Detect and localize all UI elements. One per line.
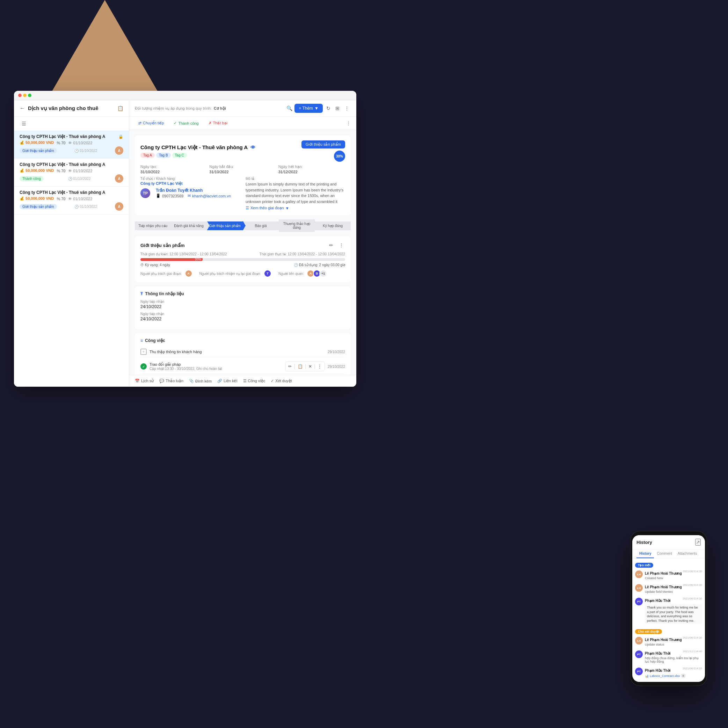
nav-attachment[interactable]: 📎 Đính kèm bbox=[189, 379, 212, 383]
lock-icon: 🔒 bbox=[118, 135, 123, 139]
back-icon[interactable]: ← bbox=[20, 105, 25, 112]
add-button[interactable]: + Thêm ▼ bbox=[295, 104, 323, 113]
detail-header-card: Công ty CPTH Lạc Việt - Thuê văn phòng A… bbox=[135, 136, 351, 215]
history-body: Phạm Hữu Thời 2021/06/314:30 Thank you s… bbox=[645, 597, 702, 624]
list-item[interactable]: Công ty CPTH Lạc Việt - Thuê văn phòng A… bbox=[14, 159, 129, 187]
refresh-button[interactable]: ↻ bbox=[325, 104, 332, 113]
history-time: 2021/11/114:40 bbox=[682, 650, 702, 653]
task-sub: Cập nhật:13:30 - 30/10/2022, Ghi chú hoà… bbox=[150, 367, 273, 371]
nav-discussion[interactable]: 💬 Thảo luận bbox=[159, 379, 184, 383]
stage-step-2[interactable]: Đánh giá khả năng bbox=[171, 222, 207, 230]
success-button[interactable]: ✓ Thành công bbox=[170, 119, 202, 127]
separator: | bbox=[294, 363, 295, 370]
detail-scroll: Công ty CPTH Lạc Việt - Thuê văn phòng A… bbox=[129, 130, 356, 375]
input-section-label: Thông tin nhập liệu bbox=[145, 291, 184, 296]
chevron-down-icon: ▼ bbox=[314, 106, 318, 111]
task-add-icon[interactable]: + bbox=[141, 349, 147, 355]
copy-icon[interactable]: 📋 bbox=[298, 364, 303, 369]
phone-tab-history[interactable]: History bbox=[636, 549, 654, 558]
stage-step-1[interactable]: Tiếp nhận yêu cầu bbox=[135, 222, 171, 230]
created-date-label: Ngày tạo: bbox=[141, 165, 207, 169]
stage-button[interactable]: Giới thiệu sản phẩm bbox=[301, 141, 345, 148]
related-avatar-more: +1 bbox=[319, 270, 327, 277]
tag-b: Tag B bbox=[156, 153, 171, 158]
see-more-btn[interactable]: ☰ Xem thêo giai đoạn ▼ bbox=[246, 206, 345, 210]
history-avatar: LH bbox=[635, 637, 643, 644]
used-value: 2 ngày 03.00 giờ bbox=[319, 263, 345, 267]
nav-history[interactable]: 📅 Lịch sử bbox=[135, 379, 154, 383]
transfer-label: Chuyển tiếp bbox=[143, 121, 164, 125]
status-badge: Giới thiệu sản phẩm bbox=[20, 204, 57, 209]
action-bar: ⇄ Chuyển tiếp ✓ Thành công ✗ Thất bại ⋮ bbox=[129, 117, 356, 130]
stage-step-5[interactable]: Thương thảo hợp đồng bbox=[279, 219, 315, 232]
field2-label: Ngày tiếp nhận bbox=[141, 312, 345, 316]
item-price: 💰 50,000,000 VND bbox=[20, 196, 54, 201]
history-body: Phạm Hữu Thời 2021/06/314:20 📊 Laboco_Co… bbox=[645, 667, 702, 678]
file-size: 8 bbox=[681, 674, 685, 678]
history-item: LH Lê Phạm Hoài Thương 2021/06/314:30 Up… bbox=[635, 636, 702, 646]
history-badge-new: Tạo mới bbox=[635, 563, 653, 567]
item-date: 👁 01/10/2022 bbox=[68, 141, 92, 145]
org-name[interactable]: Công ty CPTH Lạc Việt bbox=[141, 181, 240, 186]
dot-red bbox=[18, 93, 21, 97]
transfer-button[interactable]: ⇄ Chuyển tiếp bbox=[135, 119, 167, 127]
history-body: Phạm Hữu Thời 2021/11/114:40 hợp đồng ch… bbox=[645, 650, 702, 663]
actual-time: Thời gian thực tế: 12:00 13/04/2022 - 12… bbox=[260, 252, 345, 256]
history-action: Created New bbox=[645, 577, 702, 580]
actual-value: 12:00 13/04/2022 - 12:00 13/04/2022 bbox=[288, 252, 345, 256]
stage-step-3[interactable]: Giới thiệu sản phẩm bbox=[207, 222, 243, 230]
search-button[interactable]: 🔍 bbox=[286, 106, 292, 111]
eye-icon[interactable]: 👁 bbox=[251, 145, 255, 150]
field2-value: 24/10/2022 bbox=[141, 317, 345, 321]
list-item[interactable]: Công ty CPTH Lạc Việt - Thuê văn phòng A… bbox=[14, 131, 129, 159]
list-item[interactable]: Công ty CPTH Lạc Việt - Thuê văn phòng A… bbox=[14, 187, 129, 214]
task-label: Người phụ trách nhiệm vụ tại giai đoạn: bbox=[199, 272, 261, 275]
phone-tab-comment[interactable]: Comment bbox=[654, 549, 674, 558]
related-label: Người liên quan: bbox=[278, 272, 304, 275]
item-percent: % 70 bbox=[57, 141, 65, 145]
history-nav-label: Lịch sử bbox=[141, 379, 154, 383]
nav-link[interactable]: 🔗 Liên kết bbox=[217, 379, 237, 383]
toolbar-menu-btn[interactable]: ☰ bbox=[20, 119, 28, 128]
stage-step-4[interactable]: Báo giá bbox=[243, 222, 279, 230]
planned-time: Thời gian dự kiến: 12:00 13/04/2022 - 12… bbox=[141, 252, 227, 256]
stage-edit-button[interactable]: ✏ bbox=[328, 241, 335, 249]
file-icon: 📊 bbox=[645, 674, 649, 678]
contact-name[interactable]: Trần Đoàn Tuyết Khanh bbox=[156, 188, 231, 193]
history-group-review: Cho xét duyệt LH Lê Phạm Hoài Thương 202… bbox=[635, 628, 702, 646]
delete-icon[interactable]: ✕ bbox=[309, 364, 312, 369]
history-name: Phạm Hữu Thời bbox=[645, 652, 671, 655]
tag-c: Tag C bbox=[172, 153, 187, 158]
stage-more-button[interactable]: ⋮ bbox=[338, 241, 345, 249]
task-edit-bar: ✏ | 📋 | ✕ | ⋮ bbox=[285, 362, 324, 371]
phone-close-button[interactable]: ↗ bbox=[695, 539, 701, 546]
nav-tasks[interactable]: ☰ Công việc bbox=[243, 379, 266, 383]
desc-label: Mô tả: bbox=[246, 177, 345, 180]
history-file: 📊 Laboco_Contract.xlsx 8 bbox=[645, 674, 702, 678]
contact-email: ✉ khanh@lacviet.com.vn bbox=[188, 194, 231, 198]
used-icon: 🕐 bbox=[294, 263, 298, 267]
checkmark-icon: ✓ bbox=[174, 121, 177, 125]
stage-detail-actions: ✏ ⋮ bbox=[328, 241, 345, 249]
bottom-nav: 📅 Lịch sử 💬 Thảo luận 📎 Đính kèm 🔗 Liên … bbox=[129, 375, 356, 387]
responsible-avatar: A bbox=[185, 270, 193, 277]
phone-tab-attachments[interactable]: Attachments bbox=[675, 549, 700, 558]
more-options-button[interactable]: ⋮ bbox=[343, 104, 351, 113]
stage-step-6[interactable]: Ký hợp đồng bbox=[315, 222, 351, 230]
stage-percent: 30% bbox=[334, 151, 345, 162]
discussion-nav-label: Thảo luận bbox=[165, 379, 184, 383]
fail-button[interactable]: ✗ Thất bại bbox=[205, 119, 231, 127]
dot-yellow bbox=[23, 93, 26, 97]
fail-label: Thất bại bbox=[213, 121, 228, 125]
tasks-nav-icon: ☰ bbox=[243, 379, 247, 383]
history-badge-review: Cho xét duyệt bbox=[635, 629, 662, 634]
grid-button[interactable]: ⊞ bbox=[334, 104, 341, 113]
drag-icon[interactable]: ⋮ bbox=[318, 364, 322, 369]
separator: | bbox=[305, 363, 306, 370]
menu-icon[interactable]: 📋 bbox=[117, 106, 123, 111]
nav-approval[interactable]: ✓ Xét duyệt bbox=[271, 379, 292, 383]
history-avatar: LH bbox=[635, 570, 643, 578]
detail-desc: Mô tả: Lorem Ipsum is simply dummy text … bbox=[246, 177, 345, 210]
edit-icon[interactable]: ✏ bbox=[288, 364, 292, 369]
action-more-button[interactable]: ⋮ bbox=[346, 121, 351, 126]
